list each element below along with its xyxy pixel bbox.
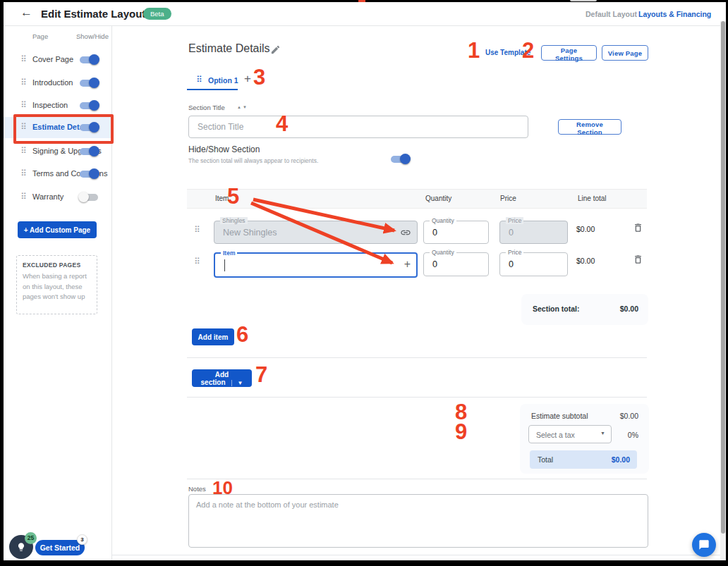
sidebar-col-showhide: Show/Hide bbox=[76, 32, 109, 40]
price-field[interactable]: Price 0 bbox=[499, 252, 568, 276]
col-quantity: Quantity bbox=[425, 195, 451, 202]
remove-section-button[interactable]: Remove Section bbox=[558, 119, 621, 135]
sidebar-item-inspection[interactable]: ⠿ Inspection bbox=[4, 95, 111, 116]
add-section-button[interactable]: Add section▼ bbox=[192, 369, 252, 387]
sidebar-item-label: Inspection bbox=[32, 101, 68, 109]
annotation-1: 1 bbox=[468, 42, 480, 60]
drag-handle-icon[interactable]: ⠿ bbox=[20, 78, 26, 87]
sidebar-col-page: Page bbox=[32, 32, 48, 40]
annotation-6: 6 bbox=[236, 326, 248, 344]
quantity-field-label: Quantity bbox=[430, 249, 456, 256]
estimate-subtotal-label: Estimate subtotal bbox=[531, 412, 588, 420]
row-drag-handle-icon[interactable]: ⠿ bbox=[194, 226, 200, 234]
sidebar-item-cover-page[interactable]: ⠿ Cover Page bbox=[4, 49, 111, 70]
add-section-label: Add section bbox=[201, 371, 229, 386]
tab-underline bbox=[187, 89, 238, 90]
delete-item-icon[interactable] bbox=[633, 254, 643, 268]
drag-handle-icon[interactable]: ⠿ bbox=[20, 55, 26, 63]
content-bottom-border bbox=[111, 555, 720, 555]
toggle-inspection[interactable] bbox=[78, 100, 99, 111]
divider bbox=[187, 479, 647, 479]
nav-layouts-financing[interactable]: Layouts & Financing bbox=[638, 10, 711, 18]
hide-show-label: Hide/Show Section bbox=[188, 144, 260, 154]
beta-badge: Beta bbox=[143, 8, 171, 20]
add-item-button[interactable]: Add item bbox=[192, 328, 234, 345]
annotation-arrows bbox=[242, 187, 418, 275]
item-field-label: Item bbox=[221, 250, 237, 257]
drag-handle-icon[interactable]: ⠿ bbox=[20, 123, 26, 131]
back-arrow-icon[interactable]: ← bbox=[20, 6, 32, 20]
col-line-total: Line total bbox=[578, 195, 607, 202]
toggle-cover-page[interactable] bbox=[78, 54, 99, 66]
sidebar-item-terms-conditions[interactable]: ⠿ Terms and Conditions bbox=[4, 164, 111, 185]
add-custom-page-button[interactable]: + Add Custom Page bbox=[18, 221, 97, 238]
hide-show-subtext: The section total will always appear to … bbox=[188, 157, 318, 164]
toggle-introduction[interactable] bbox=[78, 78, 99, 89]
view-page-button[interactable]: View Page bbox=[602, 45, 648, 61]
sidebar-item-warranty[interactable]: ⠿ Warranty bbox=[4, 187, 111, 208]
quantity-field[interactable]: Quantity 0 bbox=[423, 221, 489, 244]
sidebar-item-introduction[interactable]: ⠿ Introduction bbox=[4, 73, 111, 94]
quantity-field-label: Quantity bbox=[430, 217, 456, 224]
col-price: Price bbox=[500, 195, 516, 202]
price-field-disabled: Price 0 bbox=[499, 221, 568, 244]
price-field-label: Price bbox=[506, 217, 523, 224]
drag-handle-icon[interactable]: ⠿ bbox=[20, 101, 26, 109]
select-tax-placeholder: Select a tax bbox=[536, 431, 575, 439]
toggle-terms-conditions[interactable] bbox=[78, 168, 99, 180]
tips-count-badge: 25 bbox=[25, 532, 37, 544]
notes-label: Notes bbox=[188, 485, 206, 493]
sidebar-item-label: Introduction bbox=[32, 78, 73, 87]
chevron-down-icon[interactable]: ▼ bbox=[231, 380, 243, 386]
app-window: ← Edit Estimate Layout Beta Default Layo… bbox=[4, 2, 726, 560]
total-row: Total $0.00 bbox=[530, 450, 637, 469]
scrollbar-thumb[interactable] bbox=[721, 21, 725, 534]
edit-pencil-icon[interactable] bbox=[270, 44, 281, 58]
drag-handle-icon[interactable]: ⠿ bbox=[20, 192, 26, 201]
tab-drag-handle-icon[interactable]: ⠿ bbox=[196, 75, 202, 84]
chat-bubble-icon bbox=[698, 539, 710, 550]
excluded-pages-box: EXCLUDED PAGES When basing a report on t… bbox=[16, 255, 97, 314]
row-drag-handle-icon[interactable]: ⠿ bbox=[194, 257, 200, 266]
divider bbox=[187, 397, 647, 398]
quantity-value[interactable]: 0 bbox=[432, 228, 437, 238]
page-sidebar: Page Show/Hide ⠿ Cover Page ⠿ Introducti… bbox=[4, 25, 112, 560]
annotation-2: 2 bbox=[522, 42, 534, 60]
price-value[interactable]: 0 bbox=[509, 259, 514, 269]
annotation-7: 7 bbox=[255, 366, 267, 384]
toggle-hide-show-section[interactable] bbox=[389, 154, 411, 165]
page-title: Edit Estimate Layout bbox=[41, 8, 145, 20]
section-total-label: Section total: bbox=[533, 304, 580, 313]
toggle-estimate-details[interactable] bbox=[78, 122, 99, 133]
excluded-pages-text: When basing a report on this layout, the… bbox=[23, 271, 91, 302]
chevron-down-icon: ▼ bbox=[600, 431, 605, 436]
toggle-warranty[interactable] bbox=[78, 192, 99, 203]
section-title-input[interactable] bbox=[189, 116, 528, 137]
notes-textarea[interactable] bbox=[189, 495, 648, 547]
sidebar-item-label: Cover Page bbox=[32, 55, 73, 63]
quantity-value[interactable]: 0 bbox=[432, 259, 437, 269]
price-value: 0 bbox=[509, 228, 514, 238]
sidebar-item-estimate-details[interactable]: ⠿ Estimate Details bbox=[4, 117, 111, 138]
sort-arrows-icon[interactable]: ▲▼ bbox=[237, 105, 248, 109]
chat-button[interactable] bbox=[692, 533, 716, 557]
section-title-label: Section Title bbox=[188, 104, 225, 111]
annotation-4: 4 bbox=[276, 115, 288, 133]
add-tab-plus-icon[interactable]: + bbox=[244, 72, 251, 86]
total-value: $0.00 bbox=[612, 455, 630, 464]
sidebar-item-signing-upgrades[interactable]: ⠿ Signing & Upgrades bbox=[4, 141, 111, 162]
section-total-panel: Section total: $0.00 bbox=[521, 294, 648, 325]
section-title-field[interactable] bbox=[188, 116, 528, 138]
page-settings-button[interactable]: Page Settings bbox=[541, 45, 597, 61]
nav-default-layout[interactable]: Default Layout bbox=[586, 10, 637, 18]
notes-field[interactable] bbox=[188, 494, 648, 548]
estimate-subtotal-value: $0.00 bbox=[620, 412, 638, 420]
delete-item-icon[interactable] bbox=[633, 222, 643, 236]
drag-handle-icon[interactable]: ⠿ bbox=[20, 147, 26, 155]
tab-option-1[interactable]: Option 1 bbox=[208, 76, 238, 85]
drag-handle-icon[interactable]: ⠿ bbox=[20, 169, 26, 178]
excluded-pages-title: EXCLUDED PAGES bbox=[23, 262, 80, 269]
select-tax-dropdown[interactable]: Select a tax ▼ bbox=[528, 425, 612, 443]
toggle-signing-upgrades[interactable] bbox=[78, 146, 99, 157]
quantity-field[interactable]: Quantity 0 bbox=[423, 252, 489, 276]
